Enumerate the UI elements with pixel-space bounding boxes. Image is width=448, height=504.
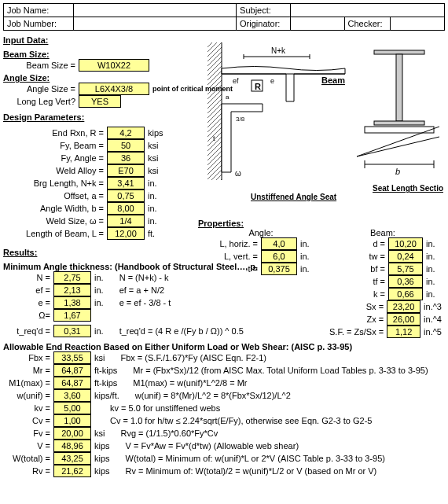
dp-0-value[interactable]: 4,2 (107, 127, 145, 139)
dp-4-unit: in. (145, 178, 157, 188)
pb-0-label: d = (324, 239, 388, 248)
pb-3-label: tf = (324, 277, 388, 286)
checker-label: Checker: (344, 17, 391, 31)
al-5-value[interactable]: 1,00 (53, 414, 91, 427)
nk-label: N+k (271, 46, 286, 55)
diagram: N+k ef e R Beam a 3/8 t ω Unstiffened An… (207, 42, 443, 215)
dp-7-value[interactable]: 1/4 (107, 215, 145, 227)
dp-8-value[interactable]: 12,00 (107, 227, 145, 240)
dp-6-label: Angle Width, b = (3, 204, 107, 213)
beam-label: Beam (321, 75, 345, 85)
checker-value (391, 17, 445, 31)
al-7-unit: kips (91, 441, 110, 451)
dp-5-value[interactable]: 0,75 (107, 189, 145, 202)
pb-4-value[interactable]: 0,66 (388, 288, 423, 300)
al-3-unit: kips/ft. (91, 391, 119, 400)
pb-4-unit: in. (423, 289, 435, 299)
dp-3-label: Weld Alloy = (3, 166, 107, 175)
svg-rect-7 (374, 50, 424, 54)
ma-2-value[interactable]: 1,38 (53, 296, 91, 309)
pa-2-value[interactable]: 0,375 (261, 263, 297, 275)
pb-7-unit: in.^5 (420, 327, 442, 337)
pa-1-value[interactable]: 6,0 (261, 250, 297, 263)
al-0-label: Fbx = (3, 353, 53, 362)
subject-label: Subject: (237, 4, 291, 17)
al-4-value[interactable]: 5,00 (53, 402, 91, 414)
pb-0-value[interactable]: 10,20 (388, 237, 423, 250)
pb-3-value[interactable]: 0,36 (388, 275, 423, 288)
ma-2-label: e = (3, 298, 53, 307)
job-number-label: Job Number: (4, 17, 74, 31)
al-3-value[interactable]: 3,60 (53, 389, 91, 402)
pb-5-label: Sx = (324, 302, 387, 311)
ma-1-value[interactable]: 2,13 (53, 284, 91, 296)
pb-2-label: bf = (324, 264, 388, 274)
ma-4-label: t_req'd = (3, 326, 53, 336)
dp-3-unit: ksi (145, 166, 158, 175)
beam-size-label: Beam Size = (3, 61, 79, 70)
pb-6-value[interactable]: 26,00 (387, 313, 420, 326)
pb-5-value[interactable]: 23,20 (387, 300, 420, 313)
al-0-formula: Fbx = (S.F./1.67)*Fy (AISC Eqn. F2-1) (105, 353, 266, 362)
allow-title: Allowable End Reaction Based on Either U… (3, 342, 445, 351)
ma-0-formula: N = (N+k) - k (104, 273, 169, 282)
e-label: e (270, 77, 274, 85)
pa-2-label: t = (198, 264, 261, 274)
dp-7-unit: in. (145, 216, 157, 226)
al-0-value[interactable]: 33,55 (53, 351, 91, 364)
dp-1-label: Fy, Beam = (3, 141, 107, 150)
al-1-formula: Mr = (Fbx*Sx)/12 (from AISC Max. Total U… (117, 366, 428, 375)
al-8-unit: kips (91, 454, 110, 463)
dp-0-unit: kips (145, 128, 163, 138)
al-8-value[interactable]: 43,25 (53, 452, 91, 465)
al-2-formula: M1(max) = w(unif)*L^2/8 = Mr (117, 378, 247, 388)
ma-3-value[interactable]: 1,67 (53, 309, 91, 322)
al-7-label: V = (3, 441, 53, 451)
al-4-label: kv = (3, 403, 53, 413)
pb-1-value[interactable]: 0,24 (388, 250, 423, 263)
props-beam-label: Beam: (324, 228, 442, 237)
long-leg-input[interactable]: YES (79, 95, 121, 108)
ma-0-label: N = (3, 273, 53, 282)
dp-1-value[interactable]: 50 (107, 139, 145, 152)
al-6-formula: Rvg = (1/1.5)*0.60*Fy*Cv (105, 429, 218, 438)
beam-size-input[interactable]: W10X22 (79, 59, 149, 72)
dp-6-value[interactable]: 8,00 (107, 202, 145, 215)
al-3-formula: w(unif) = 8*(Mr)/L^2 = 8*(Fbx*Sx/12)/L^2 (119, 391, 291, 400)
al-2-value[interactable]: 64,87 (53, 377, 91, 389)
omega-label: ω (235, 169, 241, 178)
header-table: Job Name: Subject: Job Number: Originato… (3, 3, 445, 31)
job-number-value (73, 17, 236, 31)
long-leg-label: Long Leg Vert? (3, 97, 79, 106)
pa-2-unit: in. (297, 264, 310, 274)
originator-label: Originator: (237, 17, 291, 31)
dp-4-value[interactable]: 3,41 (107, 177, 145, 189)
angle-size-label: Angle Size = (3, 84, 79, 94)
pb-2-value[interactable]: 5,75 (388, 263, 423, 275)
al-9-value[interactable]: 21,62 (53, 465, 91, 477)
al-3-label: w(unif) = (3, 391, 53, 400)
al-2-label: M1(max) = (3, 378, 53, 388)
pb-7-value[interactable]: 1,12 (387, 326, 420, 338)
al-1-value[interactable]: 64,87 (53, 364, 91, 377)
angle-seat-svg: N+k ef e R Beam a 3/8 t ω Unstiffened An… (207, 42, 443, 215)
ma-1-unit: in. (91, 285, 104, 295)
al-7-value[interactable]: 48,96 (53, 440, 91, 452)
al-5-label: Cv = (3, 416, 53, 425)
al-9-label: Rv = (3, 466, 53, 476)
ma-0-value[interactable]: 2,75 (53, 271, 91, 284)
dp-4-label: Brg Length, N+k = (3, 178, 107, 188)
al-1-label: Mr = (3, 366, 53, 375)
pa-0-value[interactable]: 4,0 (261, 237, 297, 250)
ma-4-value[interactable]: 0,31 (53, 325, 91, 337)
pb-3-unit: in. (423, 277, 435, 286)
pa-0-label: L, horiz. = (198, 239, 261, 248)
angle-size-input[interactable]: L6X4X3/8 (79, 83, 149, 95)
svg-line-12 (357, 137, 439, 156)
b-label: b (395, 167, 400, 176)
al-6-value[interactable]: 20,00 (53, 427, 91, 440)
al-8-formula: W(total) = Minimum of: w(unif)*L or 2*V … (110, 454, 385, 463)
dp-2-value[interactable]: 36 (107, 152, 145, 164)
dp-3-value[interactable]: E70 (107, 164, 145, 177)
ma-4-unit: in. (91, 326, 104, 336)
